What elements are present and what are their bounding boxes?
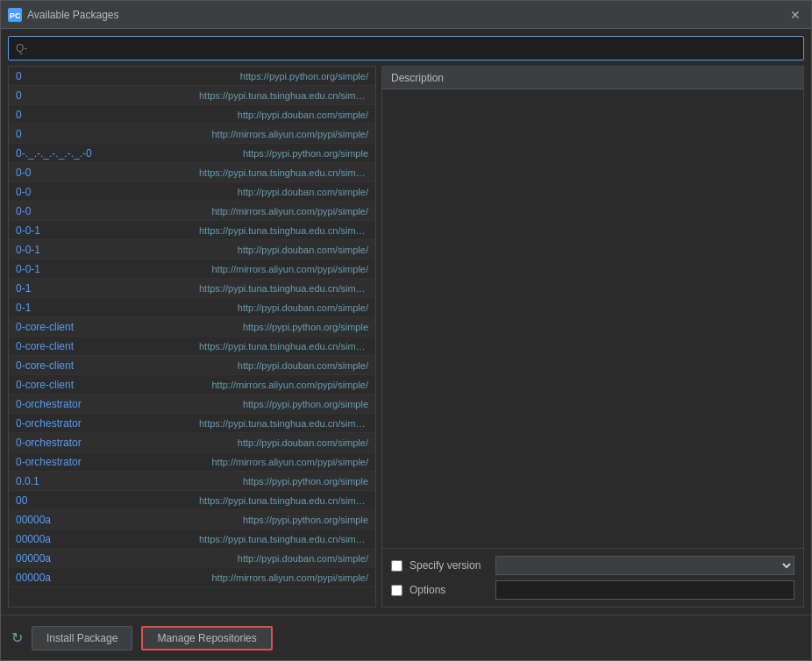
list-item[interactable]: 0-core-clienthttp://pypi.douban.com/simp… xyxy=(9,356,375,375)
package-name: 0-1 xyxy=(9,282,192,295)
options-label: Options xyxy=(410,584,488,596)
main-area: 0https://pypi.python.org/simple/0https:/… xyxy=(8,66,804,608)
package-url: https://pypi.python.org/simple xyxy=(192,515,375,525)
list-item[interactable]: 0-0-1http://pypi.douban.com/simple/ xyxy=(9,240,375,259)
package-url: http://mirrors.aliyun.com/pypi/simple/ xyxy=(192,264,375,274)
package-name: 0-core-client xyxy=(9,340,192,352)
package-url: http://mirrors.aliyun.com/pypi/simple/ xyxy=(192,129,375,139)
specify-version-checkbox[interactable] xyxy=(391,560,402,572)
package-name: 00 xyxy=(9,494,192,507)
package-url: http://mirrors.aliyun.com/pypi/simple/ xyxy=(192,206,375,217)
title-bar-left: PC Available Packages xyxy=(8,8,119,22)
description-content xyxy=(382,89,803,548)
window-content: 0https://pypi.python.org/simple/0https:/… xyxy=(1,29,811,615)
package-name: 0-0 xyxy=(9,167,192,179)
package-name: 0-0-1 xyxy=(9,224,192,237)
package-name: 0-0-1 xyxy=(9,244,192,256)
package-name: 0.0.1 xyxy=(9,475,192,487)
package-name: 0-core-client xyxy=(9,359,192,372)
package-name: 0 xyxy=(9,89,192,102)
package-url: http://mirrors.aliyun.com/pypi/simple/ xyxy=(192,380,375,390)
package-name: 0-0-1 xyxy=(9,263,192,275)
package-name: 0-orchestrator xyxy=(9,456,192,468)
package-name: 0-orchestrator xyxy=(9,417,192,430)
specify-version-label: Specify version xyxy=(410,559,488,572)
package-list-container: 0https://pypi.python.org/simple/0https:/… xyxy=(8,66,376,608)
list-item[interactable]: 00000ahttp://mirrors.aliyun.com/pypi/sim… xyxy=(9,568,375,587)
svg-text:PC: PC xyxy=(10,11,21,20)
package-url: https://pypi.tuna.tsinghua.edu.cn/simple… xyxy=(192,90,375,101)
package-url: https://pypi.tuna.tsinghua.edu.cn/simple… xyxy=(192,495,375,506)
list-item[interactable]: 0-0-1https://pypi.tuna.tsinghua.edu.cn/s… xyxy=(9,221,375,240)
package-url: http://pypi.douban.com/simple/ xyxy=(192,187,375,197)
package-name: 0-1 xyxy=(9,302,192,314)
list-item[interactable]: 0-core-clienthttps://pypi.tuna.tsinghua.… xyxy=(9,337,375,356)
package-url: https://pypi.python.org/simple xyxy=(192,148,375,159)
package-name: 0-core-client xyxy=(9,379,192,391)
package-list[interactable]: 0https://pypi.python.org/simple/0https:/… xyxy=(9,67,375,607)
package-name: 0-orchestrator xyxy=(9,398,192,410)
package-url: https://pypi.tuna.tsinghua.edu.cn/simple… xyxy=(192,534,375,544)
list-item[interactable]: 0-0-1http://mirrors.aliyun.com/pypi/simp… xyxy=(9,259,375,279)
window-title: Available Packages xyxy=(27,9,119,21)
list-item[interactable]: 0-orchestratorhttps://pypi.python.org/si… xyxy=(9,394,375,414)
package-url: http://pypi.douban.com/simple/ xyxy=(192,302,375,313)
list-item[interactable]: 0-orchestratorhttps://pypi.tuna.tsinghua… xyxy=(9,414,375,433)
options-row: Options xyxy=(391,580,794,600)
package-url: http://pypi.douban.com/simple/ xyxy=(192,553,375,564)
list-item[interactable]: 00000ahttps://pypi.tuna.tsinghua.edu.cn/… xyxy=(9,530,375,549)
list-item[interactable]: 00https://pypi.tuna.tsinghua.edu.cn/simp… xyxy=(9,491,375,510)
package-url: http://mirrors.aliyun.com/pypi/simple/ xyxy=(192,457,375,467)
list-item[interactable]: 0-orchestratorhttp://mirrors.aliyun.com/… xyxy=(9,452,375,472)
list-item[interactable]: 0-._.-._.-._.-._.-0https://pypi.python.o… xyxy=(9,144,375,163)
package-name: 0-0 xyxy=(9,205,192,217)
search-input[interactable] xyxy=(8,36,804,60)
package-url: https://pypi.tuna.tsinghua.edu.cn/simple… xyxy=(192,225,375,236)
package-name: 00000a xyxy=(9,552,192,565)
package-url: https://pypi.tuna.tsinghua.edu.cn/simple… xyxy=(192,283,375,294)
package-name: 0 xyxy=(9,128,192,140)
package-name: 0-core-client xyxy=(9,321,192,333)
list-item[interactable]: 00000ahttp://pypi.douban.com/simple/ xyxy=(9,549,375,568)
list-item[interactable]: 0-1http://pypi.douban.com/simple/ xyxy=(9,298,375,317)
list-item[interactable]: 0-core-clienthttps://pypi.python.org/sim… xyxy=(9,317,375,337)
package-url: https://pypi.python.org/simple xyxy=(192,476,375,487)
bottom-bar: ↻ Install Package Manage Repositories xyxy=(1,615,811,660)
list-item[interactable]: 0http://pypi.douban.com/simple/ xyxy=(9,105,375,124)
package-url: http://pypi.douban.com/simple/ xyxy=(192,245,375,255)
options-checkbox[interactable] xyxy=(391,585,402,596)
package-url: http://pypi.douban.com/simple/ xyxy=(192,110,375,120)
list-item[interactable]: 0-1https://pypi.tuna.tsinghua.edu.cn/sim… xyxy=(9,279,375,298)
package-url: https://pypi.tuna.tsinghua.edu.cn/simple… xyxy=(192,418,375,429)
package-url: http://pypi.douban.com/simple/ xyxy=(192,437,375,448)
package-name: 0-orchestrator xyxy=(9,437,192,449)
list-item[interactable]: 0https://pypi.tuna.tsinghua.edu.cn/simpl… xyxy=(9,86,375,105)
refresh-icon[interactable]: ↻ xyxy=(11,629,23,646)
list-item[interactable]: 0-orchestratorhttp://pypi.douban.com/sim… xyxy=(9,433,375,452)
package-name: 00000a xyxy=(9,533,192,545)
list-item[interactable]: 0-0http://pypi.douban.com/simple/ xyxy=(9,182,375,202)
list-item[interactable]: 0-0https://pypi.tuna.tsinghua.edu.cn/sim… xyxy=(9,163,375,182)
list-item[interactable]: 0-core-clienthttp://mirrors.aliyun.com/p… xyxy=(9,375,375,394)
title-bar: PC Available Packages ✕ xyxy=(1,1,811,29)
list-item[interactable]: 0.0.1https://pypi.python.org/simple xyxy=(9,472,375,491)
list-item[interactable]: 0http://mirrors.aliyun.com/pypi/simple/ xyxy=(9,124,375,144)
options-section: Specify version Options xyxy=(382,548,803,607)
close-button[interactable]: ✕ xyxy=(787,6,804,24)
package-name: 00000a xyxy=(9,514,192,526)
list-item[interactable]: 0https://pypi.python.org/simple/ xyxy=(9,67,375,86)
specify-version-select[interactable] xyxy=(495,556,794,575)
app-icon: PC xyxy=(8,8,22,22)
package-url: https://pypi.python.org/simple/ xyxy=(192,71,375,82)
list-item[interactable]: 0-0http://mirrors.aliyun.com/pypi/simple… xyxy=(9,202,375,221)
package-url: https://pypi.tuna.tsinghua.edu.cn/simple… xyxy=(192,341,375,352)
package-url: http://pypi.douban.com/simple/ xyxy=(192,360,375,371)
package-name: 0-0 xyxy=(9,186,192,198)
package-url: http://mirrors.aliyun.com/pypi/simple/ xyxy=(192,572,375,583)
specify-version-row: Specify version xyxy=(391,556,794,575)
install-package-button[interactable]: Install Package xyxy=(32,626,132,650)
list-item[interactable]: 00000ahttps://pypi.python.org/simple xyxy=(9,510,375,530)
options-input[interactable] xyxy=(495,580,794,600)
package-name: 0 xyxy=(9,109,192,121)
manage-repositories-button[interactable]: Manage Repositories xyxy=(141,626,272,650)
